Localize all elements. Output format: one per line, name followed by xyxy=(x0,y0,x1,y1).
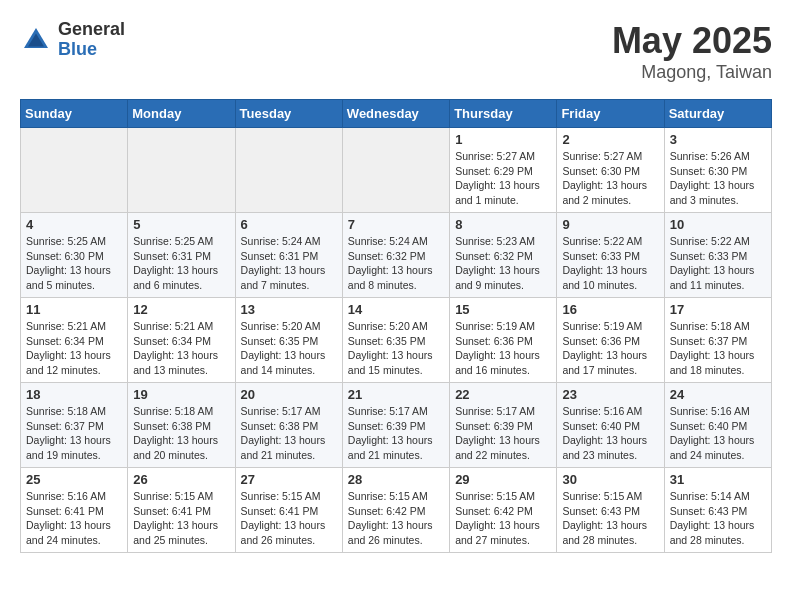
week-row-4: 18Sunrise: 5:18 AM Sunset: 6:37 PM Dayli… xyxy=(21,383,772,468)
day-info: Sunrise: 5:26 AM Sunset: 6:30 PM Dayligh… xyxy=(670,149,766,208)
calendar-cell xyxy=(128,128,235,213)
calendar-cell: 13Sunrise: 5:20 AM Sunset: 6:35 PM Dayli… xyxy=(235,298,342,383)
day-number: 27 xyxy=(241,472,337,487)
calendar-cell: 17Sunrise: 5:18 AM Sunset: 6:37 PM Dayli… xyxy=(664,298,771,383)
calendar-cell: 2Sunrise: 5:27 AM Sunset: 6:30 PM Daylig… xyxy=(557,128,664,213)
day-info: Sunrise: 5:20 AM Sunset: 6:35 PM Dayligh… xyxy=(241,319,337,378)
day-number: 21 xyxy=(348,387,444,402)
calendar-cell: 23Sunrise: 5:16 AM Sunset: 6:40 PM Dayli… xyxy=(557,383,664,468)
logo: General Blue xyxy=(20,20,125,60)
calendar-cell: 29Sunrise: 5:15 AM Sunset: 6:42 PM Dayli… xyxy=(450,468,557,553)
day-info: Sunrise: 5:22 AM Sunset: 6:33 PM Dayligh… xyxy=(670,234,766,293)
calendar-cell: 4Sunrise: 5:25 AM Sunset: 6:30 PM Daylig… xyxy=(21,213,128,298)
day-info: Sunrise: 5:25 AM Sunset: 6:30 PM Dayligh… xyxy=(26,234,122,293)
day-info: Sunrise: 5:17 AM Sunset: 6:39 PM Dayligh… xyxy=(348,404,444,463)
calendar-cell: 22Sunrise: 5:17 AM Sunset: 6:39 PM Dayli… xyxy=(450,383,557,468)
calendar-cell: 7Sunrise: 5:24 AM Sunset: 6:32 PM Daylig… xyxy=(342,213,449,298)
calendar-cell: 11Sunrise: 5:21 AM Sunset: 6:34 PM Dayli… xyxy=(21,298,128,383)
logo-general: General xyxy=(58,20,125,40)
day-header-wednesday: Wednesday xyxy=(342,100,449,128)
day-number: 8 xyxy=(455,217,551,232)
day-info: Sunrise: 5:18 AM Sunset: 6:37 PM Dayligh… xyxy=(26,404,122,463)
calendar-cell: 19Sunrise: 5:18 AM Sunset: 6:38 PM Dayli… xyxy=(128,383,235,468)
calendar-cell: 3Sunrise: 5:26 AM Sunset: 6:30 PM Daylig… xyxy=(664,128,771,213)
calendar-cell: 27Sunrise: 5:15 AM Sunset: 6:41 PM Dayli… xyxy=(235,468,342,553)
day-number: 9 xyxy=(562,217,658,232)
day-info: Sunrise: 5:21 AM Sunset: 6:34 PM Dayligh… xyxy=(26,319,122,378)
day-info: Sunrise: 5:23 AM Sunset: 6:32 PM Dayligh… xyxy=(455,234,551,293)
day-number: 22 xyxy=(455,387,551,402)
day-info: Sunrise: 5:15 AM Sunset: 6:42 PM Dayligh… xyxy=(348,489,444,548)
calendar-cell: 14Sunrise: 5:20 AM Sunset: 6:35 PM Dayli… xyxy=(342,298,449,383)
day-info: Sunrise: 5:25 AM Sunset: 6:31 PM Dayligh… xyxy=(133,234,229,293)
day-info: Sunrise: 5:16 AM Sunset: 6:40 PM Dayligh… xyxy=(670,404,766,463)
calendar-cell: 16Sunrise: 5:19 AM Sunset: 6:36 PM Dayli… xyxy=(557,298,664,383)
calendar-cell: 15Sunrise: 5:19 AM Sunset: 6:36 PM Dayli… xyxy=(450,298,557,383)
page-header: General Blue May 2025 Magong, Taiwan xyxy=(20,20,772,83)
day-info: Sunrise: 5:16 AM Sunset: 6:40 PM Dayligh… xyxy=(562,404,658,463)
day-header-sunday: Sunday xyxy=(21,100,128,128)
day-info: Sunrise: 5:24 AM Sunset: 6:31 PM Dayligh… xyxy=(241,234,337,293)
day-info: Sunrise: 5:17 AM Sunset: 6:39 PM Dayligh… xyxy=(455,404,551,463)
calendar-cell xyxy=(342,128,449,213)
day-number: 7 xyxy=(348,217,444,232)
calendar-cell: 1Sunrise: 5:27 AM Sunset: 6:29 PM Daylig… xyxy=(450,128,557,213)
logo-icon xyxy=(20,24,52,56)
day-number: 23 xyxy=(562,387,658,402)
day-number: 1 xyxy=(455,132,551,147)
day-info: Sunrise: 5:19 AM Sunset: 6:36 PM Dayligh… xyxy=(562,319,658,378)
day-number: 18 xyxy=(26,387,122,402)
day-info: Sunrise: 5:19 AM Sunset: 6:36 PM Dayligh… xyxy=(455,319,551,378)
week-row-2: 4Sunrise: 5:25 AM Sunset: 6:30 PM Daylig… xyxy=(21,213,772,298)
day-number: 29 xyxy=(455,472,551,487)
day-number: 3 xyxy=(670,132,766,147)
calendar-cell: 6Sunrise: 5:24 AM Sunset: 6:31 PM Daylig… xyxy=(235,213,342,298)
day-number: 30 xyxy=(562,472,658,487)
day-number: 11 xyxy=(26,302,122,317)
day-info: Sunrise: 5:27 AM Sunset: 6:30 PM Dayligh… xyxy=(562,149,658,208)
week-row-1: 1Sunrise: 5:27 AM Sunset: 6:29 PM Daylig… xyxy=(21,128,772,213)
day-info: Sunrise: 5:24 AM Sunset: 6:32 PM Dayligh… xyxy=(348,234,444,293)
day-number: 13 xyxy=(241,302,337,317)
calendar-cell xyxy=(21,128,128,213)
day-header-tuesday: Tuesday xyxy=(235,100,342,128)
calendar-cell: 5Sunrise: 5:25 AM Sunset: 6:31 PM Daylig… xyxy=(128,213,235,298)
day-number: 6 xyxy=(241,217,337,232)
week-row-3: 11Sunrise: 5:21 AM Sunset: 6:34 PM Dayli… xyxy=(21,298,772,383)
day-info: Sunrise: 5:15 AM Sunset: 6:43 PM Dayligh… xyxy=(562,489,658,548)
day-info: Sunrise: 5:14 AM Sunset: 6:43 PM Dayligh… xyxy=(670,489,766,548)
day-number: 10 xyxy=(670,217,766,232)
day-number: 16 xyxy=(562,302,658,317)
week-row-5: 25Sunrise: 5:16 AM Sunset: 6:41 PM Dayli… xyxy=(21,468,772,553)
logo-text: General Blue xyxy=(58,20,125,60)
title-block: May 2025 Magong, Taiwan xyxy=(612,20,772,83)
calendar-title: May 2025 xyxy=(612,20,772,62)
calendar-cell: 31Sunrise: 5:14 AM Sunset: 6:43 PM Dayli… xyxy=(664,468,771,553)
day-number: 12 xyxy=(133,302,229,317)
day-info: Sunrise: 5:16 AM Sunset: 6:41 PM Dayligh… xyxy=(26,489,122,548)
day-info: Sunrise: 5:27 AM Sunset: 6:29 PM Dayligh… xyxy=(455,149,551,208)
day-info: Sunrise: 5:15 AM Sunset: 6:41 PM Dayligh… xyxy=(133,489,229,548)
day-number: 24 xyxy=(670,387,766,402)
calendar-cell: 12Sunrise: 5:21 AM Sunset: 6:34 PM Dayli… xyxy=(128,298,235,383)
day-header-thursday: Thursday xyxy=(450,100,557,128)
calendar-cell: 9Sunrise: 5:22 AM Sunset: 6:33 PM Daylig… xyxy=(557,213,664,298)
calendar-cell: 30Sunrise: 5:15 AM Sunset: 6:43 PM Dayli… xyxy=(557,468,664,553)
day-info: Sunrise: 5:21 AM Sunset: 6:34 PM Dayligh… xyxy=(133,319,229,378)
day-info: Sunrise: 5:18 AM Sunset: 6:38 PM Dayligh… xyxy=(133,404,229,463)
day-number: 14 xyxy=(348,302,444,317)
calendar-cell xyxy=(235,128,342,213)
day-info: Sunrise: 5:22 AM Sunset: 6:33 PM Dayligh… xyxy=(562,234,658,293)
day-number: 5 xyxy=(133,217,229,232)
logo-blue: Blue xyxy=(58,40,125,60)
day-number: 4 xyxy=(26,217,122,232)
calendar-cell: 20Sunrise: 5:17 AM Sunset: 6:38 PM Dayli… xyxy=(235,383,342,468)
day-header-friday: Friday xyxy=(557,100,664,128)
day-number: 15 xyxy=(455,302,551,317)
day-info: Sunrise: 5:18 AM Sunset: 6:37 PM Dayligh… xyxy=(670,319,766,378)
calendar-cell: 24Sunrise: 5:16 AM Sunset: 6:40 PM Dayli… xyxy=(664,383,771,468)
day-number: 19 xyxy=(133,387,229,402)
day-number: 31 xyxy=(670,472,766,487)
day-number: 26 xyxy=(133,472,229,487)
calendar-cell: 26Sunrise: 5:15 AM Sunset: 6:41 PM Dayli… xyxy=(128,468,235,553)
